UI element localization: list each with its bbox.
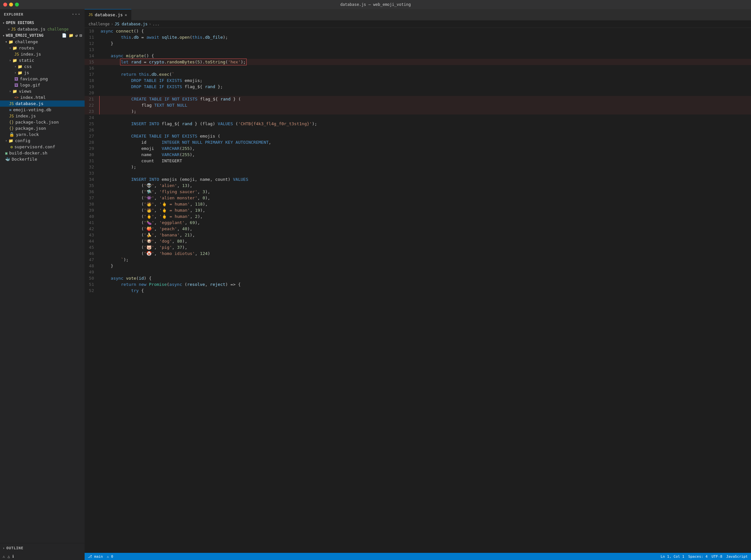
folder-css[interactable]: › 📁 css <box>0 63 84 69</box>
json-icon: {} <box>9 126 14 131</box>
table-row: 44 ('🐶', 'dog', 80), <box>84 238 751 244</box>
code-editor[interactable]: 10 async connect() { 11 this.db = await … <box>84 28 751 553</box>
chevron-right-icon: › <box>9 89 11 93</box>
explorer-label: EXPLORER <box>4 12 23 17</box>
json-icon: {} <box>9 120 14 124</box>
table-row: 16 <box>84 65 751 71</box>
minimize-dot[interactable] <box>9 3 13 6</box>
line-number: 24 <box>84 115 99 121</box>
more-icon[interactable]: ··· <box>72 12 81 17</box>
tab-close-icon[interactable]: ✕ <box>124 13 127 17</box>
error-icon: ⚠ <box>3 554 5 559</box>
table-row: 29 emoji VARCHAR(255), <box>84 145 751 152</box>
folder-static[interactable]: › 📁 static <box>0 57 84 63</box>
spaces: Spaces: 4 <box>688 555 708 559</box>
table-row: 17 return this.db.exec(` <box>84 71 751 77</box>
file-index-html[interactable]: <> index.html <box>0 94 84 100</box>
line-code: let rand = crypto.randomBytes(5).toStrin… <box>99 59 751 65</box>
line-number: 41 <box>84 220 99 226</box>
tab-database-js[interactable]: JS database.js ✕ <box>84 9 132 20</box>
new-folder-icon[interactable]: 📁 <box>69 33 74 38</box>
outline-section[interactable]: › OUTLINE <box>0 543 84 553</box>
line-code: ('🍌', 'banana', 21), <box>99 232 751 238</box>
line-code <box>99 90 751 96</box>
line-number: 20 <box>84 90 99 96</box>
file-package-lock-json[interactable]: {} package-lock.json <box>0 119 84 125</box>
refresh-icon[interactable]: ↺ <box>76 33 78 38</box>
breadcrumb-part-2: JS database.js <box>115 22 148 26</box>
maximize-dot[interactable] <box>15 3 19 6</box>
table-row: 49 <box>84 269 751 275</box>
new-file-icon[interactable]: 📄 <box>62 33 67 38</box>
file-package-json[interactable]: {} package.json <box>0 125 84 132</box>
sidebar: EXPLORER ··· ▾ OPEN EDITORS ✕ JS databas… <box>0 9 84 560</box>
open-editor-database-js[interactable]: ✕ JS database.js challenge <box>0 26 84 32</box>
table-row: 51 return new Promise(async (resolve, re… <box>84 281 751 287</box>
table-row: 13 <box>84 46 751 53</box>
table-row: 46 ('🤡', 'homo idiotus', 124) <box>84 251 751 257</box>
git-branch: ⎇ main <box>88 555 103 559</box>
chevron-right-icon: › <box>9 59 11 62</box>
tab-bar: JS database.js ✕ <box>84 9 751 20</box>
line-number: 32 <box>84 164 99 170</box>
img-icon: 🖼 <box>14 77 18 81</box>
folder-js[interactable]: › 📁 js <box>0 69 84 76</box>
table-row: 43 ('🍌', 'banana', 21), <box>84 232 751 238</box>
folder-routes[interactable]: › 📁 routes <box>0 45 84 51</box>
html-icon: <> <box>14 95 19 100</box>
file-name: package-lock.json <box>15 120 59 124</box>
close-icon[interactable]: ✕ <box>8 27 10 31</box>
file-emoji-voting-db[interactable]: ≡ emoji-voting.db <box>0 107 84 113</box>
line-number: 19 <box>84 84 99 90</box>
line-number: 46 <box>84 251 99 257</box>
line-code: ('🐷', 'pig', 37), <box>99 244 751 251</box>
window-title: database.js — web_emoji_voting <box>340 2 411 7</box>
line-code: } <box>99 263 751 269</box>
table-row: 40 ('🖕', '🖕 = human', 2), <box>84 213 751 220</box>
chevron-right-icon: › <box>9 46 11 50</box>
line-number: 47 <box>84 257 99 263</box>
file-dockerfile[interactable]: 🐳 Dockerfile <box>0 156 84 162</box>
table-row: 38 ('🧑', '🖕 = human', 118), <box>84 201 751 207</box>
line-number: 22 <box>84 102 99 108</box>
file-yarn-lock[interactable]: 🔒 yarn.lock <box>0 132 84 138</box>
line-code: async migrate() { <box>99 53 751 59</box>
file-logo[interactable]: 🖼 logo.gif <box>0 82 84 88</box>
file-challenge-index-js[interactable]: JS index.js <box>0 113 84 119</box>
line-number: 30 <box>84 152 99 158</box>
folder-name: challenge <box>15 39 38 44</box>
file-routes-index-js[interactable]: JS index.js <box>0 51 84 57</box>
table-row: 20 <box>84 90 751 96</box>
folder-icon: 📁 <box>18 71 22 75</box>
folder-views[interactable]: › 📁 views <box>0 88 84 94</box>
line-number: 15 <box>84 59 99 65</box>
file-name: package.json <box>15 126 46 131</box>
line-code: async vote(id) { <box>99 275 751 281</box>
line-code <box>99 115 751 121</box>
folder-config[interactable]: › 📁 config <box>0 138 84 144</box>
line-code: ('🛸', 'flying saucer', 3), <box>99 188 751 195</box>
folder-icon: 📁 <box>8 139 13 143</box>
file-database-js[interactable]: JS database.js <box>0 100 84 107</box>
folder-name: views <box>19 89 32 94</box>
file-favicon[interactable]: 🖼 favicon.png <box>0 76 84 82</box>
table-row: 10 async connect() { <box>84 28 751 34</box>
line-number: 34 <box>84 176 99 182</box>
table-row: 32 ); <box>84 164 751 170</box>
folder-icon: 📁 <box>12 89 17 94</box>
line-code: id INTEGER NOT NULL PRIMARY KEY AUTOINCR… <box>99 139 751 145</box>
table-row: 12 } <box>84 40 751 46</box>
collapse-icon[interactable]: ⊟ <box>80 33 82 38</box>
line-code: ); <box>99 164 751 170</box>
file-build-docker-sh[interactable]: ▣ build-docker.sh <box>0 150 84 156</box>
close-dot[interactable] <box>3 3 7 6</box>
line-code: ('🧑', '🖕 = human', 19), <box>99 207 751 213</box>
open-editors-header[interactable]: ▾ OPEN EDITORS <box>0 20 84 26</box>
img-icon: 🖼 <box>14 83 18 87</box>
folder-challenge[interactable]: ▾ 📁 challenge <box>0 39 84 45</box>
file-supervisord-conf[interactable]: ⚙ supervisord.conf <box>0 144 84 150</box>
file-name: index.js <box>15 114 36 118</box>
table-row: 18 DROP TABLE IF EXISTS emojis; <box>84 77 751 84</box>
web-emoji-voting-header[interactable]: ▾ WEB_EMOJI_VOTING 📄 📁 ↺ ⊟ <box>0 32 84 39</box>
line-number: 11 <box>84 34 99 40</box>
